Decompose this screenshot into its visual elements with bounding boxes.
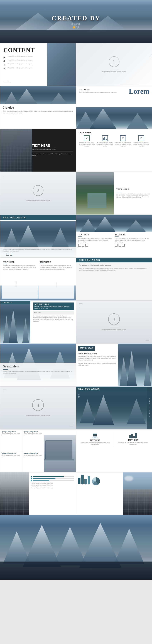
text-dark-title: TEXT HERE xyxy=(32,144,73,148)
icon-item-2: Running good times in your old age will … xyxy=(96,135,113,147)
logo-diamond xyxy=(72,26,76,29)
icon-item-4: ⊡ Running good times in your old age wil… xyxy=(133,135,150,147)
grid-cell-4: Quisque, aliquet nisi. Daring and living… xyxy=(22,451,44,472)
text-pair-left: TEXT HERE Live a noble and honest. Reviv… xyxy=(78,234,113,256)
twitter-icon: t xyxy=(3,253,5,256)
bar-icon xyxy=(102,135,108,141)
nature-body: Live a noble and honest life. Reviving g… xyxy=(116,193,150,198)
content-3-title: ADD TEXT HERE xyxy=(34,304,72,305)
bar-row-3 xyxy=(31,480,74,482)
print-icon: ⊡ xyxy=(138,135,144,141)
text-pair-body1: Live a noble and honest. Reviving good t… xyxy=(78,238,113,243)
content-list-slide: CONTENT 1 The quick brown fox jumps over… xyxy=(0,43,76,86)
seeyou-box: SEEYOU AGAIN xyxy=(78,346,95,351)
number-2: 2 xyxy=(33,185,44,196)
lorem-ipsum-items: • Daring aliquet nisi tincidunt ut aliqu… xyxy=(31,483,74,489)
number-4: 4 xyxy=(32,399,44,411)
text-field-label: Text field xyxy=(34,312,73,314)
great-talent-title: Great talent xyxy=(3,364,73,368)
number-1-slide: 1 The quick brown fox jumps over the laz… xyxy=(76,43,152,86)
see-again-body: There is no such thing as a great talent… xyxy=(3,248,73,252)
see-again-1-slide: SEE YOU AGAIN There is no such thing as … xyxy=(0,215,76,258)
number-1-text: The quick brown fox jumps over the lazy … xyxy=(102,71,126,73)
see-again-title: SEE YOU AGAIN xyxy=(3,216,73,219)
monitor-icon: □ xyxy=(120,135,126,141)
tw-b1: t xyxy=(4,271,6,273)
text-dark-body: Lorem ipsum dolor sit amet consectetur a… xyxy=(32,153,73,157)
see-again-3-title: SEE YOU AGAIN xyxy=(78,388,150,390)
lorem-body: Lorem ipsum dolor sit amet, consectetur … xyxy=(79,92,127,93)
text-dark-subtitle: There is no such thing as a great. xyxy=(32,148,73,150)
tw-icon-1: t xyxy=(78,244,81,246)
text-pair-title1: TEXT HERE xyxy=(78,234,113,236)
see-again-2-body: Lorem ipsum dolor sit amet, consectetur … xyxy=(79,268,149,271)
seeyou-vertical: SEEYOU AGAIN xyxy=(148,398,150,418)
icon-item-3: □ Running good times in your old age wil… xyxy=(115,135,132,147)
text-dark-slide: TEXT HERE There is no such thing as a gr… xyxy=(0,129,76,172)
chart-building-slide: A B C D xyxy=(76,472,152,515)
grid-cell-2: Quisque, aliquet nisi. Daring and living… xyxy=(22,430,44,451)
seeyou-box-slide: SEEYOU AGAIN SEE YOU AGAIN Live a noble … xyxy=(76,344,152,386)
icon-item-1: ✓ Running good times in your old age wil… xyxy=(78,135,95,147)
see-again-3-item2 xyxy=(78,396,144,398)
see-again-bar: SEE YOU AGAIN xyxy=(0,215,76,220)
tw-b2: t xyxy=(40,271,42,273)
boats-left: TEXT HERE Live a noble and honest. Reviv… xyxy=(2,260,38,298)
layout-grid-slide: Quisque, aliquet nisi. Daring and living… xyxy=(0,429,76,472)
laptop-icons-slide: 💻 TEXT HERE Running good times per your … xyxy=(76,429,152,472)
number-1: 1 xyxy=(109,56,120,67)
text-pair-title2: TEXT HERE xyxy=(115,234,150,236)
fb-b2: f xyxy=(44,271,46,273)
boats-body1: Live a noble and honest. Reviving good t… xyxy=(4,265,36,270)
content-3-body: Sed ut perspiciatis, unde omnis iste nat… xyxy=(33,315,74,322)
cover-slide: CREATED BY 源山北疆 门厅 xyxy=(0,0,152,43)
bar-row-1 xyxy=(31,476,74,478)
gp-b2: g xyxy=(47,271,50,273)
boats-title1: TEXT HERE xyxy=(4,261,36,263)
see-again-3-item1 xyxy=(78,394,144,395)
text-here-label: TEXT HERE xyxy=(79,88,127,91)
bar-chart-visual: A B C D xyxy=(78,474,121,485)
seeyou-box-title: SEEYOU AGAIN xyxy=(80,347,93,349)
gp-icon-2: g xyxy=(122,244,125,246)
gplus-icon: g+ xyxy=(10,253,12,256)
check-icon: ✓ xyxy=(84,135,90,141)
creative-body: Lorem ipsum dolor sit amet, consectetur … xyxy=(3,110,73,114)
number-2-text: The quick brown fox jumps over the lazy … xyxy=(26,200,50,202)
number-4-slide: 4 The quick brown fox jumps over the laz… xyxy=(0,386,76,429)
number-2-slide: 2 The quick brown fox jumps over the laz… xyxy=(0,172,76,215)
number-3-slide: 3 The quick brown fox jumps over the laz… xyxy=(76,300,152,344)
facebook-icon: f xyxy=(6,253,9,256)
see-again-2-slide: SEE YOU AGAIN The quick brown fox jumps … xyxy=(76,258,152,300)
laptop-body: Running good times per your old age will… xyxy=(79,442,111,446)
icons-slide: TEXT HERE ✓ Running good times in your o… xyxy=(76,129,152,172)
see-again-2-subtitle: The quick brown fox jumps Over the lazy … xyxy=(79,264,149,266)
barchart-title: TEXT HERE xyxy=(117,439,149,441)
final-slide xyxy=(0,515,152,580)
cover-title: CREATED BY xyxy=(52,14,100,22)
number-3: 3 xyxy=(108,314,120,325)
pie-chart xyxy=(92,477,100,485)
grid-cell-1: Quisque, aliquet nisi. Daring and living… xyxy=(0,430,22,451)
nature-slide: TEXT HERE Live a noble and honest life. … xyxy=(76,172,152,215)
lorem-big: Lorem xyxy=(129,88,149,95)
boats-body2: Live a noble and honest. Reviving good t… xyxy=(40,265,73,270)
content-3-slide: CONTENT 3 ADD TEXT HERE Quisque, aliquet… xyxy=(0,300,76,344)
grid-cell-3: Quisque, aliquet nisi. Daring and living… xyxy=(0,451,22,472)
creative-slide: Creative Lorem ipsum dolor sit amet, con… xyxy=(0,86,76,129)
content-3-label: CONTENT 3 xyxy=(2,302,29,304)
great-talent-slide: Great talent There is no such thing as a… xyxy=(0,344,76,386)
number-4-text: The quick brown fox jumps over the lazy … xyxy=(26,415,50,416)
boats-title2: TEXT HERE xyxy=(40,261,73,263)
fb-icon-1: f xyxy=(82,244,84,246)
barchart-section: TEXT HERE Running good times per your ol… xyxy=(117,432,149,445)
gp-b1: g xyxy=(10,271,13,273)
creative-title: Creative xyxy=(3,106,73,109)
seeyou-title: SEE YOU AGAIN xyxy=(78,352,117,355)
content-3-desc: Quisque, aliquet nisi tincidunt ut aliqu… xyxy=(34,306,72,309)
cover-subtitle: 源山北疆 xyxy=(71,23,81,26)
number-3-text: The quick brown fox jumps over the lazy … xyxy=(102,329,126,330)
text-boats-slide: TEXT HERE Live a noble and honest. Reviv… xyxy=(0,258,76,300)
lorem-ipsum-slide: • Daring aliquet nisi tincidunt ut aliqu… xyxy=(0,472,76,515)
logo-text: 门厅 xyxy=(76,26,79,28)
